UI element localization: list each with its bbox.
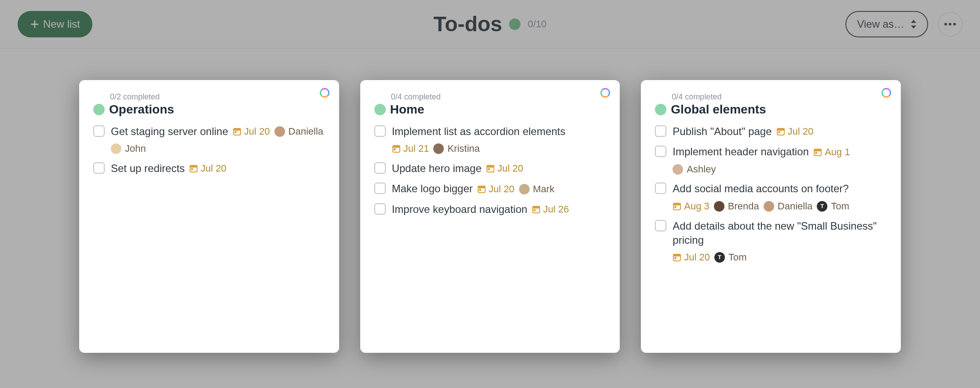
avatar bbox=[764, 201, 774, 212]
task-text: Add social media accounts on footer? bbox=[673, 182, 848, 196]
avatar bbox=[673, 164, 683, 175]
svg-point-4 bbox=[944, 23, 947, 26]
task-due-date-text: Jul 21 bbox=[403, 142, 429, 155]
task-checkbox[interactable] bbox=[374, 183, 386, 194]
task-row[interactable]: Improve keyboard navigationJul 26 bbox=[374, 202, 606, 216]
svg-point-6 bbox=[953, 23, 956, 26]
task-body: Get staging server onlineJul 20DaniellaJ… bbox=[111, 124, 325, 155]
svg-rect-35 bbox=[673, 254, 680, 256]
assignee-name: Tom bbox=[728, 251, 747, 264]
svg-rect-26 bbox=[777, 128, 784, 130]
avatar bbox=[274, 126, 285, 137]
task-assignee[interactable]: TTom bbox=[714, 251, 747, 264]
task-row[interactable]: Publish "About" pageJul 20 bbox=[655, 124, 887, 139]
task-due-date[interactable]: Jul 20 bbox=[673, 251, 710, 264]
task-row[interactable]: Add social media accounts on footer?Aug … bbox=[655, 182, 887, 212]
new-list-label: New list bbox=[43, 18, 80, 30]
view-as-select[interactable]: View as… bbox=[845, 11, 928, 37]
calendar-icon bbox=[477, 185, 486, 194]
task-row[interactable]: Update hero imageJul 20 bbox=[374, 161, 606, 176]
list-progress: 0/4 completed bbox=[391, 92, 606, 102]
task-row[interactable]: Implement list as accordion elementsJul … bbox=[374, 124, 606, 155]
task-checkbox[interactable] bbox=[655, 125, 666, 137]
svg-rect-21 bbox=[479, 189, 481, 190]
task-checkbox[interactable] bbox=[655, 146, 666, 157]
task-assignee[interactable]: TTom bbox=[817, 200, 849, 213]
task-row[interactable]: Get staging server onlineJul 20DaniellaJ… bbox=[93, 124, 325, 155]
task-text: Get staging server online bbox=[111, 124, 228, 139]
task-due-date[interactable]: Jul 20 bbox=[486, 162, 523, 175]
task-body: Make logo biggerJul 20Mark bbox=[392, 182, 555, 196]
task-assignee[interactable]: Kristina bbox=[433, 142, 479, 155]
calendar-icon bbox=[189, 164, 198, 173]
page-title: To-dos bbox=[433, 12, 502, 36]
task-assignee[interactable]: Brenda bbox=[714, 200, 759, 213]
list-status-dot-icon bbox=[655, 104, 666, 115]
task-due-date-text: Jul 20 bbox=[244, 125, 270, 138]
task-body: Add details about the new "Small Busines… bbox=[673, 219, 887, 264]
task-assignee[interactable]: Daniella bbox=[764, 200, 813, 213]
calendar-icon bbox=[486, 164, 495, 173]
svg-marker-3 bbox=[911, 26, 916, 29]
svg-rect-33 bbox=[675, 206, 676, 208]
task-assignee[interactable]: Ashley bbox=[673, 163, 716, 176]
task-text: Add details about the new "Small Busines… bbox=[673, 219, 887, 248]
task-due-date[interactable]: Jul 20 bbox=[233, 125, 270, 138]
task-checkbox[interactable] bbox=[93, 162, 105, 174]
task-checkbox[interactable] bbox=[655, 183, 666, 194]
task-row[interactable]: Implement header navigationAug 1Ashley bbox=[655, 145, 887, 176]
task-due-date-text: Aug 1 bbox=[825, 146, 850, 159]
svg-rect-30 bbox=[815, 152, 817, 154]
list-title: Home bbox=[390, 102, 424, 117]
task-row[interactable]: Set up redirectsJul 20 bbox=[93, 161, 325, 176]
svg-rect-20 bbox=[478, 186, 485, 188]
list-card[interactable]: 0/2 completedOperationsGet staging serve… bbox=[79, 80, 339, 353]
loading-spinner-icon bbox=[881, 88, 891, 98]
svg-rect-8 bbox=[234, 128, 241, 130]
task-text: Set up redirects bbox=[111, 161, 185, 176]
task-assignee[interactable]: Mark bbox=[519, 183, 555, 196]
avatar bbox=[714, 201, 724, 212]
loading-spinner-icon bbox=[320, 88, 329, 98]
task-due-date[interactable]: Aug 3 bbox=[673, 200, 709, 213]
task-checkbox[interactable] bbox=[374, 203, 386, 215]
loading-spinner-icon bbox=[600, 88, 610, 98]
list-status-dot-icon bbox=[93, 104, 105, 115]
assignee-name: Daniella bbox=[778, 200, 813, 213]
task-due-date[interactable]: Jul 20 bbox=[189, 162, 227, 175]
task-due-date[interactable]: Jul 20 bbox=[477, 183, 515, 196]
task-checkbox[interactable] bbox=[374, 162, 386, 174]
list-card[interactable]: 0/4 completedHomeImplement list as accor… bbox=[360, 80, 620, 353]
task-body: Set up redirectsJul 20 bbox=[111, 161, 227, 176]
task-due-date[interactable]: Jul 26 bbox=[532, 203, 569, 216]
task-due-date-text: Jul 20 bbox=[201, 162, 227, 175]
new-list-button[interactable]: New list bbox=[18, 11, 92, 37]
avatar bbox=[433, 143, 444, 154]
task-row[interactable]: Make logo biggerJul 20Mark bbox=[374, 182, 606, 196]
list-header: Home bbox=[374, 102, 606, 117]
task-checkbox[interactable] bbox=[655, 220, 666, 231]
task-checkbox[interactable] bbox=[93, 125, 105, 137]
task-due-date[interactable]: Jul 20 bbox=[776, 125, 814, 138]
task-checkbox[interactable] bbox=[374, 125, 386, 137]
list-card[interactable]: 0/4 completedGlobal elementsPublish "Abo… bbox=[641, 80, 901, 353]
task-assignee[interactable]: John bbox=[111, 142, 146, 155]
topbar: New list To-dos 0/10 View as… bbox=[0, 0, 980, 48]
title-group: To-dos 0/10 bbox=[433, 12, 546, 36]
list-progress: 0/2 completed bbox=[110, 92, 325, 102]
todo-counter: 0/10 bbox=[528, 18, 547, 30]
task-assignee[interactable]: Daniella bbox=[274, 125, 324, 138]
list-header: Operations bbox=[93, 102, 325, 117]
task-row[interactable]: Add details about the new "Small Busines… bbox=[655, 219, 887, 264]
calendar-icon bbox=[233, 127, 241, 136]
task-due-date-text: Jul 20 bbox=[497, 162, 523, 175]
list-status-dot-icon bbox=[374, 104, 386, 115]
more-options-button[interactable] bbox=[938, 12, 962, 37]
assignee-name: Brenda bbox=[728, 200, 759, 213]
assignee-name: Ashley bbox=[687, 163, 716, 176]
task-due-date[interactable]: Aug 1 bbox=[813, 146, 850, 159]
board: 0/2 completedOperationsGet staging serve… bbox=[0, 48, 980, 353]
sort-arrows-icon bbox=[911, 20, 917, 29]
task-due-date[interactable]: Jul 21 bbox=[392, 142, 429, 155]
svg-rect-17 bbox=[487, 165, 494, 167]
